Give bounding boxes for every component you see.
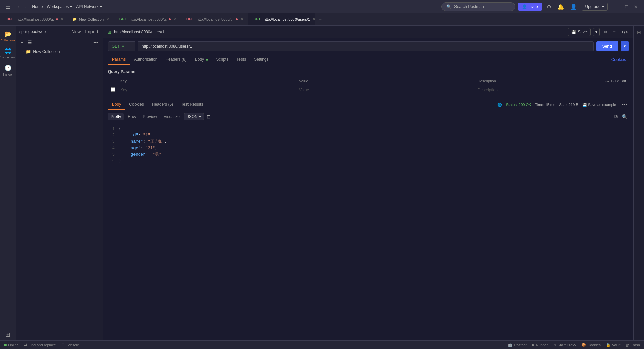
line-num-2: 2 (108, 132, 115, 139)
more-options-button[interactable]: ••• (92, 39, 100, 46)
tab-close-get-active[interactable]: ✕ (312, 17, 316, 21)
hamburger-button[interactable]: ☰ (4, 2, 11, 11)
runner-button[interactable]: ▶ Runner (532, 343, 548, 347)
minimize-button[interactable]: ─ (614, 3, 621, 10)
find-replace-button[interactable]: ⇄ Find and replace (24, 343, 56, 347)
invite-button[interactable]: 👤 Invite (518, 3, 542, 11)
close-button[interactable]: ✕ (632, 3, 640, 10)
search-icon: 🔍 (446, 4, 451, 9)
maximize-button[interactable]: □ (623, 3, 630, 10)
new-collection-button[interactable]: + (19, 39, 25, 46)
sidebar-item-collections[interactable]: 📂 Collections (1, 28, 15, 44)
save-dropdown-button[interactable]: ▾ (593, 28, 600, 36)
api-network-button[interactable]: API Network ▾ (76, 4, 102, 9)
row-key[interactable]: Key (118, 85, 296, 95)
tab-close-get-2[interactable]: ✕ (173, 17, 177, 21)
notifications-button[interactable]: 🔔 (556, 2, 566, 11)
console-button[interactable]: ⊟ Console (61, 343, 79, 347)
sidebar-item-apps[interactable]: ⊞ (1, 329, 15, 340)
tab-new-collection-icon: 📁 (72, 17, 77, 21)
new-request-button[interactable]: New (70, 28, 82, 35)
documentation-button[interactable]: ≡ (612, 28, 617, 36)
workspace-button[interactable]: Workspaces ▾ (47, 4, 72, 9)
trash-button[interactable]: 🗑 Trash (626, 343, 640, 347)
tab-settings[interactable]: Settings (250, 54, 272, 65)
row-checkbox[interactable] (111, 87, 115, 92)
tab-new-collection[interactable]: 📁 New Collection ✕ (68, 13, 114, 25)
back-button[interactable]: ‹ (15, 3, 21, 10)
bulk-edit-button[interactable]: Bulk Edit (611, 79, 626, 83)
row-desc[interactable]: Description (475, 85, 629, 95)
vault-button[interactable]: 🔒 Vault (606, 343, 620, 347)
upgrade-chevron: ▾ (602, 4, 604, 9)
forward-button[interactable]: › (22, 3, 28, 10)
format-visualize-button[interactable]: Visualize (161, 113, 182, 120)
toggle-right-panel-button[interactable]: </> (620, 28, 629, 36)
save-button[interactable]: 💾 Save (568, 28, 590, 36)
sidebar-item-environments[interactable]: 🌐 Environments (1, 45, 15, 61)
tab-close-new-collection[interactable]: ✕ (106, 17, 110, 21)
response-tab-body[interactable]: Body (108, 99, 125, 110)
save-example-button[interactable]: 💾 Save as example (582, 103, 616, 107)
tab-get-2[interactable]: GET http://localhost:8080/u: ✕ (114, 13, 181, 25)
add-tab-button[interactable]: + (315, 16, 325, 22)
right-panel-button[interactable]: ⊞ (636, 28, 642, 36)
query-params-section: Query Params Key Value Description ••• B… (103, 65, 633, 99)
postbot-button[interactable]: 🤖 Postbot (508, 343, 526, 347)
response-tab-cookies[interactable]: Cookies (125, 99, 148, 110)
tab-del-1[interactable]: DEL http://localhost:8080/u: ✕ (1, 13, 68, 25)
sidebar-new-collection-item[interactable]: › 📁 New Collection (17, 47, 102, 56)
invite-label: Invite (528, 4, 538, 9)
response-tab-test-results[interactable]: Test Results (177, 99, 207, 110)
tab-scripts[interactable]: Scripts (212, 54, 232, 65)
more-response-options[interactable]: ••• (620, 100, 629, 109)
console-icon: ⊟ (61, 343, 64, 347)
home-link[interactable]: Home (32, 4, 43, 9)
tab-tests[interactable]: Tests (232, 54, 250, 65)
format-preview-button[interactable]: Preview (140, 113, 160, 120)
filter-button[interactable]: ☰ (26, 39, 33, 46)
url-bar: GET ▾ Send ▾ (103, 38, 633, 54)
upgrade-button[interactable]: Upgrade ▾ (582, 3, 608, 11)
avatar-button[interactable]: 👤 (569, 2, 578, 11)
col-check-header (108, 77, 118, 85)
online-status[interactable]: Online (4, 343, 19, 347)
format-raw-button[interactable]: Raw (125, 113, 139, 120)
response-tab-headers[interactable]: Headers (5) (148, 99, 177, 110)
method-select[interactable]: GET ▾ (108, 41, 135, 51)
sidebar-header: springbootweb New Import (16, 26, 103, 38)
search-bar[interactable]: 🔍 Search Postman (441, 2, 515, 11)
response-code-area: 1 { 2 "id": "1", 3 "name": "王连扬", (103, 123, 633, 340)
send-dropdown-button[interactable]: ▾ (621, 41, 629, 51)
cookies-link[interactable]: Cookies (609, 55, 629, 65)
method-label: GET (112, 44, 120, 49)
tab-get-active[interactable]: GET http://localhost:8080/users/1 ✕ (248, 13, 315, 25)
tab-headers[interactable]: Headers (8) (161, 54, 191, 65)
json-format-select[interactable]: JSON ▾ (184, 113, 204, 120)
code-content-2: "id": "1", (119, 132, 153, 139)
edit-code-button[interactable]: ✏ (602, 28, 609, 36)
tab-params[interactable]: Params (108, 54, 130, 65)
tab-del-3[interactable]: DEL http://localhost:8080/u: ✕ (181, 13, 248, 25)
json-chevron-icon: ▾ (199, 114, 201, 119)
search-response-button[interactable]: 🔍 (620, 113, 629, 121)
tab-body[interactable]: Body (191, 54, 212, 65)
import-button[interactable]: Import (84, 28, 100, 35)
tab-close-del-3[interactable]: ✕ (240, 17, 244, 21)
activity-bar: 📂 Collections 🌐 Environments 🕐 History ⊞ (0, 26, 16, 340)
sidebar-controls: + ☰ ••• (16, 38, 103, 47)
send-button[interactable]: Send (596, 41, 618, 51)
cookies-status-button[interactable]: 🍪 Cookies (581, 343, 601, 347)
tab-authorization[interactable]: Authorization (130, 54, 161, 65)
format-pretty-button[interactable]: Pretty (108, 113, 124, 120)
start-proxy-button[interactable]: ⊛ Start Proxy (553, 343, 576, 347)
row-value[interactable]: Value (296, 85, 475, 95)
filter-response-button[interactable]: ⊟ (205, 113, 212, 121)
sidebar-item-history[interactable]: 🕐 History (1, 62, 15, 78)
tab-url-del-3: http://localhost:8080/u: (197, 17, 234, 21)
tab-close-del-1[interactable]: ✕ (60, 17, 64, 21)
settings-button[interactable]: ⚙ (545, 2, 553, 11)
postbot-icon: 🤖 (508, 343, 513, 347)
url-input[interactable] (138, 41, 594, 51)
copy-response-button[interactable]: ⧉ (613, 112, 619, 121)
